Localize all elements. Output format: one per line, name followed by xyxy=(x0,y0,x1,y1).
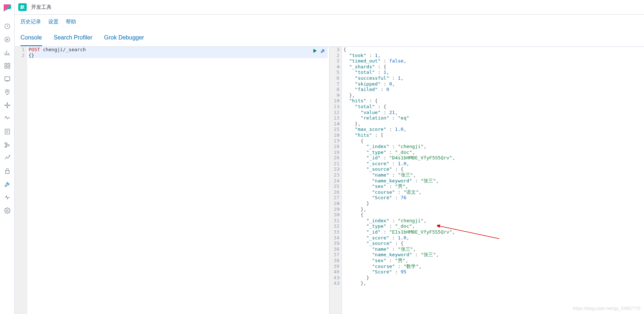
svg-point-10 xyxy=(7,107,7,108)
svg-point-19 xyxy=(6,210,8,212)
svg-point-7 xyxy=(7,91,8,92)
svg-rect-16 xyxy=(5,147,7,147)
tab-console[interactable]: Console xyxy=(20,30,42,46)
svg-rect-18 xyxy=(5,171,9,174)
dev-tools-icon[interactable] xyxy=(0,178,15,191)
request-panel: 12 POST chengji/_search{} xyxy=(15,47,329,314)
svg-point-9 xyxy=(7,103,7,103)
response-panel: ⋮ 1▾234▾56789▾10▾11▾121314▾1516▾17▾18192… xyxy=(329,47,644,314)
request-gutter: 12 xyxy=(15,47,27,314)
security-icon[interactable] xyxy=(0,164,15,178)
dashboard-icon[interactable] xyxy=(0,59,15,72)
svg-rect-2 xyxy=(5,63,7,65)
apm-icon[interactable] xyxy=(0,138,15,151)
svg-point-11 xyxy=(4,105,5,106)
editor-content: 12 POST chengji/_search{} ⋮ 1▾234▾5 xyxy=(15,47,644,314)
sub-bar: 历史记录 设置 帮助 xyxy=(15,15,644,29)
metrics-icon[interactable] xyxy=(0,112,15,125)
response-editor[interactable]: 1▾234▾56789▾10▾11▾121314▾1516▾17▾1819202… xyxy=(329,47,644,314)
app-root: 默 开发工具 历史记录 设置 帮助 Console Search Profile… xyxy=(0,0,644,314)
uptime-icon[interactable] xyxy=(0,151,15,164)
discover-icon[interactable] xyxy=(0,33,15,46)
response-code[interactable]: { "took" : 1, "timed_out" : false, "_sha… xyxy=(342,47,644,314)
svg-rect-6 xyxy=(5,77,10,81)
settings-link[interactable]: 设置 xyxy=(48,19,59,25)
svg-rect-3 xyxy=(8,63,10,65)
logs-icon[interactable] xyxy=(0,125,15,138)
monitoring-icon[interactable] xyxy=(0,191,15,204)
wrench-icon[interactable] xyxy=(320,48,325,55)
canvas-icon[interactable] xyxy=(0,72,15,86)
ml-icon[interactable] xyxy=(0,99,15,112)
maps-icon[interactable] xyxy=(0,86,15,99)
svg-point-1 xyxy=(5,37,10,42)
request-editor[interactable]: 12 POST chengji/_search{} xyxy=(15,47,329,314)
svg-rect-15 xyxy=(6,145,9,146)
main-content: 默 开发工具 历史记录 设置 帮助 Console Search Profile… xyxy=(15,0,644,314)
svg-point-8 xyxy=(6,105,8,106)
visualize-icon[interactable] xyxy=(0,46,15,59)
svg-point-12 xyxy=(9,105,10,106)
recently-viewed-icon[interactable] xyxy=(0,20,15,33)
page-title: 开发工具 xyxy=(31,4,52,11)
svg-rect-5 xyxy=(8,67,10,68)
space-badge[interactable]: 默 xyxy=(18,3,27,11)
editor-actions xyxy=(312,48,325,55)
kibana-logo-icon[interactable] xyxy=(3,4,12,12)
request-code[interactable]: POST chengji/_search{} xyxy=(27,47,329,314)
tab-grok-debugger[interactable]: Grok Debugger xyxy=(104,30,144,46)
tab-search-profiler[interactable]: Search Profiler xyxy=(54,30,93,46)
top-bar: 默 开发工具 xyxy=(15,0,644,15)
response-gutter: 1▾234▾56789▾10▾11▾121314▾1516▾17▾1819202… xyxy=(329,47,342,314)
svg-rect-14 xyxy=(5,143,7,144)
left-nav xyxy=(0,0,15,314)
help-link[interactable]: 帮助 xyxy=(66,19,76,25)
svg-rect-4 xyxy=(5,67,7,68)
management-icon[interactable] xyxy=(0,204,15,217)
history-link[interactable]: 历史记录 xyxy=(20,19,41,25)
tab-bar: Console Search Profiler Grok Debugger xyxy=(15,29,644,47)
send-request-icon[interactable] xyxy=(312,48,317,55)
